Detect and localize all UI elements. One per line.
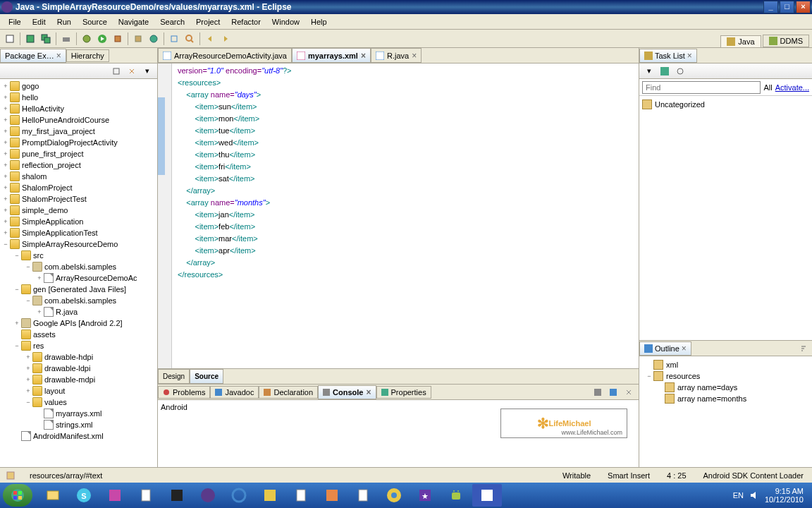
tree-item-hellopuneandroidcourse[interactable]: +HelloPuneAndroidCourse bbox=[1, 114, 156, 126]
tree-item-myarrays-xml[interactable]: myarrays.xml bbox=[1, 408, 156, 419]
tree-item-strings-xml[interactable]: strings.xml bbox=[1, 419, 156, 430]
tree-item-my-first-java-project[interactable]: +my_first_java_project bbox=[1, 126, 156, 137]
taskbar-app5[interactable] bbox=[348, 484, 378, 507]
tree-item-r-java[interactable]: +R.java bbox=[1, 306, 156, 318]
close-button[interactable]: × bbox=[796, 1, 811, 13]
link-editor-button[interactable] bbox=[125, 64, 139, 78]
console-display-button[interactable] bbox=[606, 385, 620, 399]
console-pin-button[interactable] bbox=[591, 385, 605, 399]
new-class-button[interactable] bbox=[147, 32, 161, 46]
tree-item-com-abelski-samples[interactable]: −com.abelski.samples bbox=[1, 261, 156, 272]
hierarchy-tab[interactable]: Hierarchy bbox=[66, 49, 109, 62]
save-all-button[interactable] bbox=[39, 32, 53, 46]
tray-volume-icon[interactable] bbox=[749, 490, 759, 500]
tree-item-gen--generated-java-files-[interactable]: −gen [Generated Java Files] bbox=[1, 284, 156, 295]
task-list-tab[interactable]: Task List× bbox=[639, 49, 697, 63]
tree-item-values[interactable]: −values bbox=[1, 397, 156, 408]
console-tab[interactable]: Console× bbox=[318, 385, 376, 399]
tree-item-reflection-project[interactable]: +reflection_project bbox=[1, 159, 156, 171]
editor-tab-activity[interactable]: ArrayResourceDemoActivity.java bbox=[158, 48, 292, 63]
taskbar-skype[interactable]: S bbox=[69, 484, 99, 507]
tree-item-com-abelski-samples[interactable]: −com.abelski.samples bbox=[1, 295, 156, 306]
code-editor[interactable]: version="1.0" encoding="utf-8"?> <resour… bbox=[158, 64, 639, 368]
tree-item-androidmanifest-xml[interactable]: AndroidManifest.xml bbox=[1, 430, 156, 442]
perspective-java[interactable]: Java bbox=[720, 35, 761, 47]
new-button[interactable] bbox=[3, 32, 17, 46]
categorize-button[interactable] bbox=[658, 64, 672, 78]
tree-item-gogo[interactable]: +gogo bbox=[1, 80, 156, 92]
outline-item[interactable]: −resources bbox=[642, 370, 809, 382]
menu-refactor[interactable]: Refactor bbox=[226, 16, 266, 28]
tree-item-simpleapplication[interactable]: +SimpleApplication bbox=[1, 216, 156, 227]
taskbar-notepad[interactable] bbox=[131, 484, 161, 507]
tree-item-drawable-ldpi[interactable]: +drawable-ldpi bbox=[1, 363, 156, 374]
javadoc-tab[interactable]: Javadoc bbox=[210, 386, 259, 399]
taskbar-explorer[interactable] bbox=[38, 484, 68, 507]
editor-tab-myarrays[interactable]: myarrays.xml× bbox=[292, 48, 371, 63]
tree-item-shalomprojecttest[interactable]: +ShalomProjectTest bbox=[1, 193, 156, 205]
tree-item-helloactivity[interactable]: +HelloActivity bbox=[1, 103, 156, 114]
outline-tab[interactable]: Outline× bbox=[639, 341, 691, 356]
maximize-button[interactable]: □ bbox=[780, 1, 794, 13]
taskbar-cmd[interactable] bbox=[162, 484, 192, 507]
close-icon[interactable]: × bbox=[56, 51, 61, 61]
console-clear-button[interactable] bbox=[622, 385, 636, 399]
close-icon[interactable]: × bbox=[361, 51, 366, 61]
outline-item[interactable]: xml bbox=[642, 359, 809, 370]
menu-navigate[interactable]: Navigate bbox=[113, 16, 154, 28]
taskbar-app1[interactable] bbox=[100, 484, 130, 507]
tree-item-simpleapplicationtest[interactable]: +SimpleApplicationTest bbox=[1, 227, 156, 238]
tree-item-res[interactable]: −res bbox=[1, 340, 156, 351]
debug-button[interactable] bbox=[80, 32, 94, 46]
tray-lang[interactable]: EN bbox=[733, 491, 744, 500]
close-icon[interactable]: × bbox=[412, 51, 417, 61]
back-button[interactable] bbox=[203, 32, 217, 46]
search-button[interactable] bbox=[183, 32, 197, 46]
taskbar-app2[interactable] bbox=[255, 484, 285, 507]
focus-button[interactable] bbox=[673, 64, 687, 78]
tree-item-layout[interactable]: +layout bbox=[1, 385, 156, 397]
outline-item[interactable]: array name=days bbox=[642, 382, 809, 393]
menu-file[interactable]: File bbox=[3, 16, 27, 28]
print-button[interactable] bbox=[59, 32, 73, 46]
taskbar-eclipse[interactable] bbox=[193, 484, 223, 507]
perspective-ddms[interactable]: DDMS bbox=[763, 35, 809, 47]
close-icon[interactable]: × bbox=[687, 51, 692, 61]
taskbar-chrome[interactable] bbox=[379, 484, 409, 507]
close-icon[interactable]: × bbox=[367, 387, 371, 397]
tree-item-google-apis--android-2-2-[interactable]: +Google APIs [Android 2.2] bbox=[1, 318, 156, 329]
tree-item-promptdialogprojectactivity[interactable]: +PromptDialogProjectActivity bbox=[1, 137, 156, 148]
taskbar-android[interactable] bbox=[441, 484, 471, 507]
tree-item-src[interactable]: −src bbox=[1, 250, 156, 261]
tree-item-drawable-hdpi[interactable]: +drawable-hdpi bbox=[1, 351, 156, 363]
problems-tab[interactable]: Problems bbox=[158, 386, 210, 399]
tree-item-shalom[interactable]: +shalom bbox=[1, 171, 156, 182]
task-find-input[interactable] bbox=[642, 81, 761, 94]
menu-project[interactable]: Project bbox=[190, 16, 226, 28]
collapse-all-button[interactable] bbox=[109, 64, 123, 78]
new-task-button[interactable]: ▾ bbox=[642, 64, 656, 78]
package-explorer-tree[interactable]: +gogo+hello+HelloActivity+HelloPuneAndro… bbox=[0, 79, 157, 467]
menu-search[interactable]: Search bbox=[154, 16, 190, 28]
view-menu-button[interactable]: ▾ bbox=[140, 64, 154, 78]
tree-item-simplearrayresourcedemo[interactable]: −SimpleArrayResourceDemo bbox=[1, 238, 156, 250]
tree-item-hello[interactable]: +hello bbox=[1, 92, 156, 103]
tree-item-simple-demo[interactable]: +simple_demo bbox=[1, 205, 156, 216]
editor-tab-rjava[interactable]: R.java× bbox=[371, 48, 422, 63]
taskbar-star[interactable]: ★ bbox=[410, 484, 440, 507]
menu-help[interactable]: Help bbox=[305, 16, 333, 28]
task-uncategorized[interactable]: Uncategorized bbox=[642, 99, 809, 110]
tree-item-shalomproject[interactable]: +ShalomProject bbox=[1, 182, 156, 193]
start-button[interactable] bbox=[3, 484, 32, 507]
new-package-button[interactable] bbox=[131, 32, 145, 46]
external-tools-button[interactable] bbox=[111, 32, 125, 46]
declaration-tab[interactable]: Declaration bbox=[259, 386, 318, 399]
menu-window[interactable]: Window bbox=[266, 16, 305, 28]
taskbar-active-app[interactable] bbox=[472, 484, 502, 507]
minimize-button[interactable]: _ bbox=[763, 1, 778, 13]
tree-item-arrayresourcedemoac[interactable]: +ArrayResourceDemoAc bbox=[1, 272, 156, 284]
design-tab[interactable]: Design bbox=[158, 369, 190, 384]
taskbar-ie[interactable] bbox=[224, 484, 254, 507]
menu-edit[interactable]: Edit bbox=[27, 16, 51, 28]
task-activate-link[interactable]: Activate... bbox=[775, 83, 809, 92]
